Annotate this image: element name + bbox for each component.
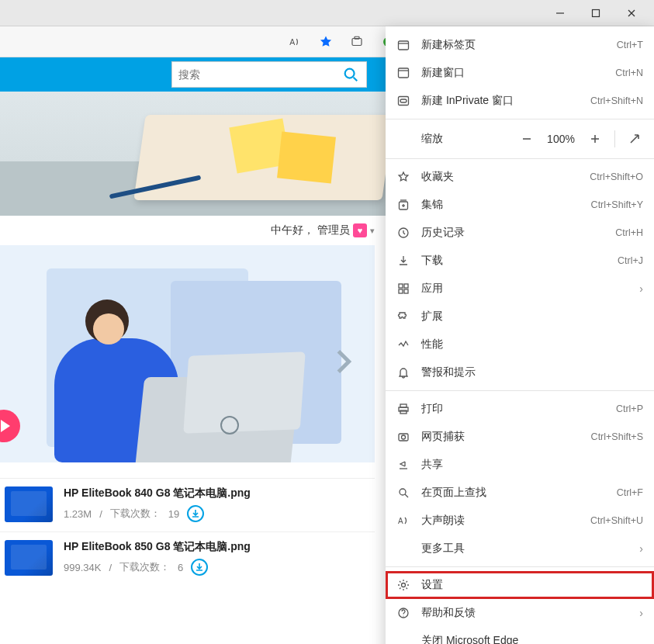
svg-point-47 [403, 615, 403, 616]
svg-point-41 [402, 435, 406, 439]
menu-new-tab[interactable]: 新建标签页 Ctrl+T [386, 31, 654, 59]
extension-1-icon[interactable] [342, 29, 372, 55]
menu-shortcut: Ctrl+N [615, 68, 643, 78]
menu-label: 新建 InPrivate 窗口 [421, 94, 514, 108]
svg-text:A: A [289, 36, 295, 46]
menu-label: 在页面上查找 [421, 486, 486, 500]
play-icon[interactable] [0, 410, 20, 442]
menu-label: 网页捕获 [421, 430, 465, 444]
svg-rect-35 [399, 289, 403, 293]
apps-icon [396, 282, 410, 295]
file-downloads-count: 6 [178, 562, 183, 573]
file-item[interactable]: HP EliteBook 840 G8 笔记本电脑.png 1.23M / 下载… [0, 478, 375, 531]
menu-label: 历史记录 [421, 226, 465, 240]
menu-label: 扩展 [421, 310, 443, 324]
menu-help[interactable]: 帮助和反馈 › [386, 599, 654, 627]
chevron-down-icon[interactable]: ▾ [370, 226, 375, 236]
svg-rect-34 [404, 284, 408, 288]
history-icon [396, 227, 410, 239]
favorite-star-icon[interactable] [311, 29, 341, 55]
greeting-role: 管理员 [317, 223, 350, 237]
read-aloud-icon[interactable]: A [280, 29, 310, 55]
menu-label: 新建标签页 [421, 38, 476, 52]
file-name: HP EliteBook 850 G8 笔记本电脑.png [64, 540, 369, 554]
menu-label: 集锦 [421, 198, 443, 212]
maximize-button[interactable] [578, 2, 614, 25]
menu-performance[interactable]: 性能 [386, 331, 654, 358]
chevron-right-icon: › [639, 282, 643, 295]
capture-icon [396, 431, 410, 443]
carousel-next-button[interactable] [328, 346, 359, 380]
carousel-slide [0, 245, 375, 462]
menu-history[interactable]: 历史记录 Ctrl+H [386, 219, 654, 247]
svg-rect-24 [400, 99, 407, 102]
download-icon[interactable] [187, 505, 204, 522]
menu-share[interactable]: 共享 [386, 451, 654, 479]
zoom-in-button[interactable] [583, 127, 607, 151]
file-list: HP EliteBook 840 G8 笔记本电脑.png 1.23M / 下载… [0, 478, 375, 585]
svg-rect-19 [399, 41, 409, 50]
menu-apps[interactable]: 应用 › [386, 275, 654, 303]
menu-close-edge[interactable]: 关闭 Microsoft Edge [386, 627, 654, 644]
zoom-out-button[interactable] [515, 127, 538, 151]
svg-point-45 [402, 583, 406, 587]
read-aloud-menu-icon: A [396, 514, 410, 527]
find-icon [396, 486, 410, 499]
menu-shortcut: Ctrl+J [618, 255, 643, 266]
search-box[interactable] [171, 61, 367, 88]
search-input[interactable] [172, 68, 335, 81]
svg-point-17 [345, 69, 355, 78]
menu-read-aloud[interactable]: A 大声朗读 Ctrl+Shift+U [386, 507, 654, 535]
menu-label: 设置 [421, 578, 443, 592]
menu-label: 新建窗口 [421, 66, 465, 80]
file-thumbnail [5, 486, 53, 522]
menu-shortcut: Ctrl+Shift+U [590, 515, 643, 526]
file-downloads-label: 下载次数： [110, 507, 161, 521]
star-icon [396, 171, 410, 183]
menu-shortcut: Ctrl+T [617, 40, 643, 50]
inprivate-icon [396, 95, 410, 107]
collections-icon [396, 199, 410, 211]
file-name: HP EliteBook 840 G8 笔记本电脑.png [64, 486, 369, 500]
minimize-button[interactable] [542, 2, 578, 25]
help-icon [396, 607, 410, 619]
svg-rect-40 [399, 434, 408, 441]
menu-label: 打印 [421, 402, 443, 416]
svg-rect-36 [404, 289, 408, 293]
file-downloads-count: 19 [168, 508, 179, 520]
bell-icon [396, 366, 410, 379]
greeting-text: 中午好， [271, 223, 314, 237]
menu-web-capture[interactable]: 网页捕获 Ctrl+Shift+S [386, 423, 654, 451]
menu-new-inprivate[interactable]: 新建 InPrivate 窗口 Ctrl+Shift+N [386, 87, 654, 115]
heart-icon[interactable]: ♥ [353, 223, 367, 237]
file-thumbnail [5, 540, 53, 576]
menu-collections[interactable]: 集锦 Ctrl+Shift+Y [386, 191, 654, 219]
menu-shortcut: Ctrl+F [617, 487, 643, 498]
window-titlebar [0, 0, 654, 26]
menu-new-window[interactable]: 新建窗口 Ctrl+N [386, 59, 654, 87]
menu-alerts[interactable]: 警报和提示 [386, 358, 654, 386]
fullscreen-button[interactable] [623, 127, 646, 151]
menu-shortcut: Ctrl+P [616, 403, 643, 414]
file-size: 1.23M [64, 508, 92, 520]
search-button[interactable] [335, 62, 366, 87]
chevron-right-icon: › [639, 607, 643, 619]
puzzle-icon [396, 310, 410, 323]
menu-label: 帮助和反馈 [421, 606, 476, 620]
menu-extensions[interactable]: 扩展 [386, 303, 654, 331]
menu-downloads[interactable]: 下载 Ctrl+J [386, 247, 654, 275]
svg-point-42 [400, 489, 406, 495]
menu-label: 应用 [421, 282, 443, 296]
menu-settings[interactable]: 设置 [386, 571, 654, 599]
close-window-button[interactable] [614, 2, 649, 25]
svg-line-43 [405, 494, 408, 497]
menu-favorites[interactable]: 收藏夹 Ctrl+Shift+O [386, 163, 654, 191]
file-size: 999.34K [64, 562, 101, 573]
menu-find-on-page[interactable]: 在页面上查找 Ctrl+F [386, 479, 654, 507]
file-item[interactable]: HP EliteBook 850 G8 笔记本电脑.png 999.34K / … [0, 531, 375, 585]
menu-shortcut: Ctrl+H [615, 227, 643, 238]
menu-print[interactable]: 打印 Ctrl+P [386, 395, 654, 423]
download-icon[interactable] [191, 559, 208, 576]
menu-more-tools[interactable]: 更多工具 › [386, 535, 654, 563]
file-downloads-label: 下载次数： [119, 560, 170, 574]
